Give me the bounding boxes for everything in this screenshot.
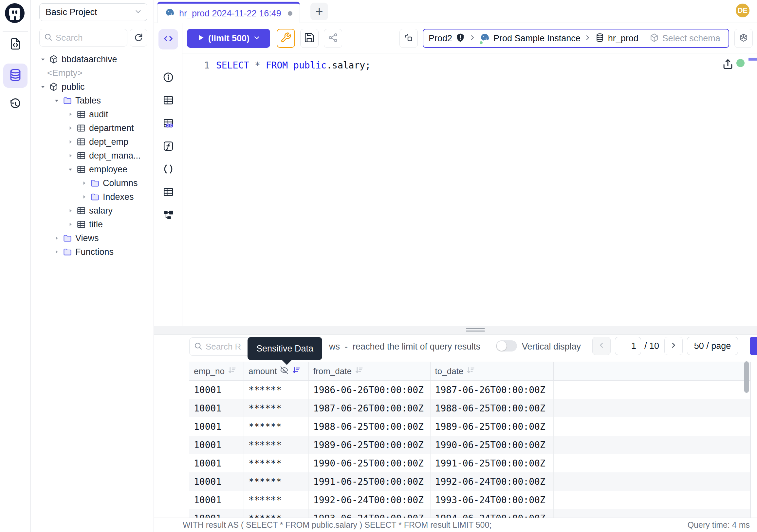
export-button[interactable] bbox=[750, 337, 757, 355]
table-cell[interactable] bbox=[554, 381, 750, 399]
table-cell[interactable]: 1991-06-25T00:00:00Z bbox=[309, 472, 431, 491]
sql-code-line[interactable]: SELECT * FROM public.salary; bbox=[216, 59, 371, 73]
table-cell[interactable]: ****** bbox=[244, 436, 309, 454]
format-sql-button[interactable] bbox=[277, 29, 295, 48]
table-cell[interactable]: 1989-06-25T00:00:00Z bbox=[309, 436, 431, 454]
caret-right-icon[interactable] bbox=[52, 235, 61, 242]
new-tab-button[interactable]: + bbox=[310, 3, 328, 20]
table-cell[interactable]: 1990-06-25T00:00:00Z bbox=[431, 436, 554, 454]
tree-node--empty-[interactable]: <Empty> bbox=[31, 66, 154, 80]
tree-node-functions[interactable]: Functions bbox=[31, 245, 154, 259]
table-cell[interactable]: 1987-06-26T00:00:00Z bbox=[309, 399, 431, 417]
tree-node-bbdataarchive[interactable]: bbdataarchive bbox=[31, 52, 154, 66]
caret-right-icon[interactable] bbox=[80, 193, 88, 201]
caret-right-icon[interactable] bbox=[66, 207, 75, 214]
procedures-button[interactable] bbox=[162, 164, 174, 176]
caret-right-icon[interactable] bbox=[66, 124, 75, 132]
bytebase-logo-icon[interactable] bbox=[4, 3, 25, 24]
table-cell[interactable]: 1988-06-25T00:00:00Z bbox=[309, 417, 431, 436]
tree-node-department[interactable]: department bbox=[31, 121, 154, 135]
table-cell[interactable]: ****** bbox=[244, 399, 309, 417]
table-cell[interactable]: ****** bbox=[244, 509, 309, 517]
table-row[interactable]: 10001******1988-06-25T00:00:00Z1989-06-2… bbox=[189, 417, 750, 436]
caret-right-icon[interactable] bbox=[66, 221, 75, 228]
table-cell[interactable]: 1989-06-25T00:00:00Z bbox=[431, 417, 554, 436]
tree-node-title[interactable]: title bbox=[31, 218, 154, 231]
project-selector[interactable]: Basic Project bbox=[39, 3, 147, 21]
sort-desc-active-icon[interactable] bbox=[291, 365, 301, 377]
eye-off-icon[interactable] bbox=[280, 365, 289, 377]
prev-page-button[interactable] bbox=[592, 337, 611, 355]
table-cell[interactable]: 1988-06-25T00:00:00Z bbox=[431, 399, 554, 417]
caret-right-icon[interactable] bbox=[52, 248, 61, 256]
column-header-amount[interactable]: amount bbox=[244, 362, 309, 380]
table-row[interactable]: 10001******1986-06-26T00:00:00Z1987-06-2… bbox=[189, 381, 750, 399]
table-cell[interactable]: 10001 bbox=[189, 509, 244, 517]
table-cell[interactable]: 1994-06-24T00:00:00Z bbox=[431, 509, 554, 517]
external-tables-button[interactable] bbox=[162, 186, 174, 199]
table-row[interactable]: 10001******1992-06-24T00:00:00Z1993-06-2… bbox=[189, 491, 750, 509]
table-row[interactable]: 10001******1987-06-26T00:00:00Z1988-06-2… bbox=[189, 399, 750, 417]
database-nav-button[interactable] bbox=[3, 64, 27, 88]
run-query-button[interactable]: (limit 500) bbox=[187, 29, 270, 48]
table-cell[interactable]: 1986-06-26T00:00:00Z bbox=[309, 381, 431, 399]
table-cell[interactable]: ****** bbox=[244, 454, 309, 472]
table-cell[interactable]: ****** bbox=[244, 491, 309, 509]
worksheets-nav-button[interactable] bbox=[8, 37, 23, 52]
table-cell[interactable]: ****** bbox=[244, 381, 309, 399]
refresh-tree-button[interactable] bbox=[130, 29, 147, 47]
caret-right-icon[interactable] bbox=[80, 179, 88, 187]
info-button[interactable] bbox=[162, 72, 174, 84]
tree-node-dept-mana-[interactable]: dept_mana... bbox=[31, 149, 154, 163]
table-cell[interactable]: 1992-06-24T00:00:00Z bbox=[309, 491, 431, 509]
vertical-display-toggle[interactable] bbox=[496, 340, 517, 352]
column-header-to_date[interactable]: to_date bbox=[431, 362, 554, 380]
save-sheet-button[interactable] bbox=[300, 29, 318, 48]
table-cell[interactable]: 1987-06-26T00:00:00Z bbox=[431, 381, 554, 399]
table-cell[interactable]: 1990-06-25T00:00:00Z bbox=[309, 454, 431, 472]
table-cell[interactable] bbox=[554, 472, 750, 491]
table-row[interactable]: 10001******1990-06-25T00:00:00Z1991-06-2… bbox=[189, 454, 750, 472]
column-header-from_date[interactable]: from_date bbox=[309, 362, 431, 380]
tree-node-indexes[interactable]: Indexes bbox=[31, 190, 154, 204]
tree-node-employee[interactable]: employee bbox=[31, 163, 154, 176]
table-cell[interactable] bbox=[554, 454, 750, 472]
table-cell[interactable] bbox=[554, 417, 750, 436]
sql-editor-area[interactable]: 1 SELECT * FROM public.salary; bbox=[182, 53, 757, 326]
connection-button[interactable] bbox=[400, 29, 418, 48]
table-cell[interactable]: 1993-06-24T00:00:00Z bbox=[309, 509, 431, 517]
avatar[interactable]: DE bbox=[736, 4, 749, 17]
sort-icon[interactable] bbox=[354, 365, 364, 377]
history-nav-button[interactable] bbox=[8, 97, 23, 113]
caret-right-icon[interactable] bbox=[66, 138, 75, 145]
table-cell[interactable]: 10001 bbox=[189, 491, 244, 509]
tree-node-columns[interactable]: Columns bbox=[31, 176, 154, 190]
caret-right-icon[interactable] bbox=[66, 111, 75, 118]
table-row[interactable]: 10001******1989-06-25T00:00:00Z1990-06-2… bbox=[189, 436, 750, 454]
table-cell[interactable]: 1992-06-24T00:00:00Z bbox=[431, 472, 554, 491]
table-cell[interactable]: 1991-06-25T00:00:00Z bbox=[431, 454, 554, 472]
tables-button[interactable] bbox=[162, 95, 174, 107]
table-cell[interactable]: 10001 bbox=[189, 454, 244, 472]
caret-down-icon[interactable] bbox=[39, 83, 47, 90]
table-cell[interactable]: 10001 bbox=[189, 436, 244, 454]
masked-tables-button[interactable] bbox=[162, 118, 174, 130]
tree-node-salary[interactable]: salary bbox=[31, 204, 154, 218]
upload-sql-button[interactable] bbox=[722, 58, 734, 72]
share-sheet-button[interactable] bbox=[324, 29, 342, 48]
tree-node-tables[interactable]: Tables bbox=[31, 94, 154, 108]
chevron-down-icon[interactable] bbox=[253, 34, 260, 43]
code-panel-toggle-button[interactable] bbox=[159, 29, 178, 49]
worksheet-tab[interactable]: hr_prod 2024-11-22 16:49 bbox=[157, 2, 300, 23]
tree-node-audit[interactable]: audit bbox=[31, 108, 154, 121]
next-page-button[interactable] bbox=[664, 337, 683, 355]
table-cell[interactable] bbox=[554, 509, 750, 517]
table-cell[interactable]: 10001 bbox=[189, 472, 244, 491]
table-scrollbar[interactable] bbox=[744, 361, 749, 393]
table-cell[interactable] bbox=[554, 491, 750, 509]
table-cell[interactable] bbox=[554, 399, 750, 417]
tree-search-input[interactable] bbox=[56, 33, 123, 43]
schema-diagram-button[interactable] bbox=[162, 209, 174, 222]
table-row[interactable]: 10001******1991-06-25T00:00:00Z1992-06-2… bbox=[189, 472, 750, 491]
functions-button[interactable] bbox=[162, 141, 174, 153]
